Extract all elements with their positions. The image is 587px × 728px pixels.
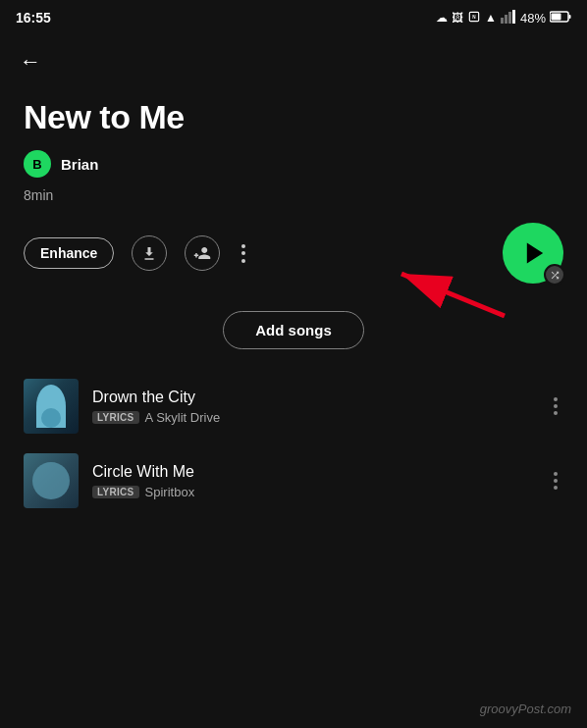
play-button-wrap — [503, 223, 563, 284]
song-artist-1: A Skylit Drive — [145, 410, 221, 425]
wifi-icon: ▲ — [485, 11, 497, 25]
svg-rect-7 — [569, 15, 571, 19]
lyrics-badge-1: LYRICS — [92, 411, 139, 424]
download-icon — [140, 244, 158, 262]
download-button[interactable] — [132, 235, 167, 271]
dot-1 — [241, 244, 245, 248]
song-meta-1: LYRICS A Skylit Drive — [92, 410, 534, 425]
svg-rect-8 — [552, 13, 561, 20]
playlist-content: New to Me B Brian 8min Enhance — [0, 88, 587, 349]
song-title-2: Circle With Me — [92, 463, 534, 481]
watermark: groovyPost.com — [480, 702, 571, 716]
back-arrow-icon: ← — [20, 49, 41, 74]
song-thumbnail-1 — [24, 379, 79, 434]
enhance-button[interactable]: Enhance — [24, 237, 114, 269]
song-item-2: Circle With Me LYRICS Spiritbox — [24, 443, 563, 518]
battery-percentage: 48% — [520, 11, 546, 26]
lyrics-badge-2: LYRICS — [92, 486, 139, 498]
song-info-2: Circle With Me LYRICS Spiritbox — [92, 463, 534, 499]
cloud-icon: ☁ — [436, 11, 448, 25]
shuffle-icon — [550, 270, 560, 281]
svg-rect-2 — [501, 18, 504, 24]
song-meta-2: LYRICS Spiritbox — [92, 485, 534, 499]
play-icon — [521, 239, 549, 267]
dot-3 — [241, 259, 245, 263]
user-name: Brian — [61, 156, 98, 173]
battery-icon — [550, 11, 571, 26]
song-info-1: Drown the City LYRICS A Skylit Drive — [92, 389, 534, 425]
user-avatar: B — [24, 150, 51, 178]
add-user-icon — [193, 244, 211, 262]
song-more-button-1[interactable] — [548, 393, 563, 419]
more-options-button[interactable] — [238, 240, 249, 267]
svg-rect-3 — [505, 15, 507, 24]
status-icons: ☁ 🖼 N ▲ 48% — [436, 10, 571, 26]
status-time: 16:55 — [16, 10, 51, 26]
svg-marker-9 — [527, 243, 543, 264]
song-artist-2: Spiritbox — [145, 485, 195, 499]
song-list: Drown the City LYRICS A Skylit Drive Cir… — [0, 369, 587, 518]
signal-icon — [501, 10, 516, 26]
song-title-1: Drown the City — [92, 389, 534, 406]
dot-2 — [241, 251, 245, 255]
song-thumbnail-2 — [24, 453, 79, 508]
svg-text:N: N — [472, 15, 476, 20]
add-user-button[interactable] — [185, 235, 220, 271]
nfc-icon: N — [467, 10, 481, 26]
playlist-title: New to Me — [24, 98, 563, 136]
shuffle-badge — [544, 264, 565, 286]
song-item: Drown the City LYRICS A Skylit Drive — [24, 369, 563, 443]
back-button[interactable]: ← — [0, 35, 587, 88]
user-row: B Brian — [24, 150, 563, 178]
add-songs-button[interactable]: Add songs — [223, 311, 364, 349]
status-bar: 16:55 ☁ 🖼 N ▲ 48% — [0, 0, 587, 35]
song-more-button-2[interactable] — [548, 468, 563, 494]
playlist-duration: 8min — [24, 187, 563, 203]
svg-rect-4 — [508, 12, 511, 24]
svg-rect-5 — [512, 10, 515, 24]
image-icon: 🖼 — [452, 11, 463, 25]
controls-row: Enhance — [24, 223, 563, 284]
